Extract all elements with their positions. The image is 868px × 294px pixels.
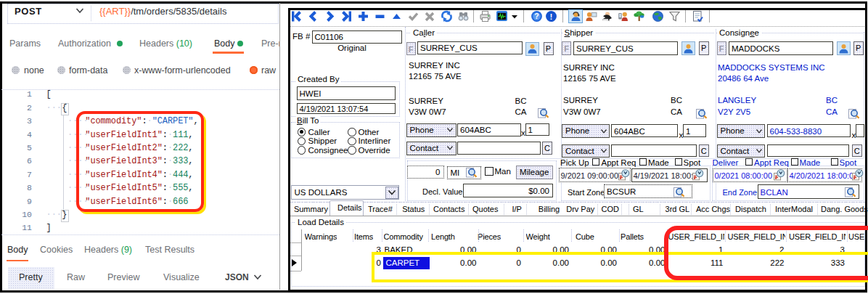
svg-text:?: ?: [534, 12, 539, 20]
svg-text:!: !: [550, 12, 553, 21]
